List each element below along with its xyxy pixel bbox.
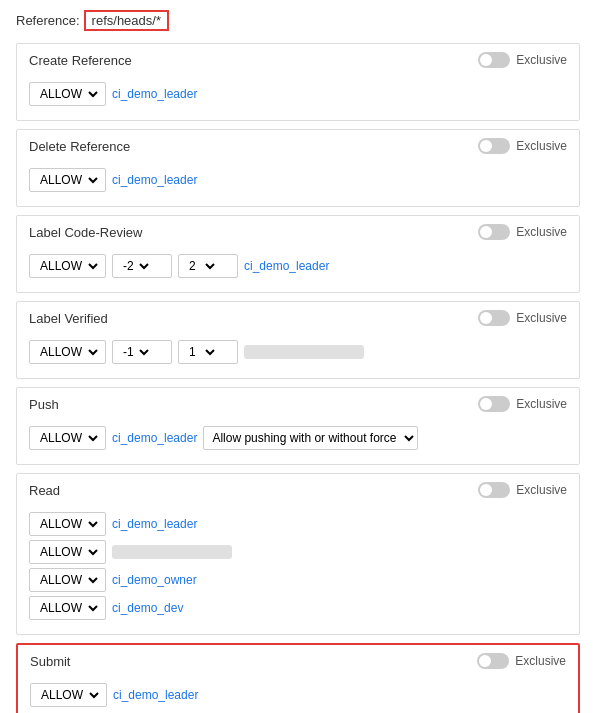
min-select[interactable]: -2-1012 [112, 254, 172, 278]
rule-row: ALLOWDENYBLOCK-2-1012-2-1012ci_demo_lead… [29, 254, 567, 278]
rule-row: ALLOWDENYBLOCKci_demo_leader [29, 512, 567, 536]
section-title-label-verified: Label Verified [29, 311, 108, 326]
section-label-verified: Label VerifiedExclusiveALLOWDENYBLOCK-2-… [16, 301, 580, 379]
exclusive-row-label-verified: Exclusive [478, 310, 567, 326]
exclusive-row-submit: Exclusive [477, 653, 566, 669]
user-link[interactable]: ci_demo_owner [112, 573, 197, 587]
section-body-push: ALLOWDENYBLOCKci_demo_leaderAllow pushin… [17, 420, 579, 464]
exclusive-toggle[interactable] [478, 52, 510, 68]
max-select[interactable]: -2-1012 [178, 254, 238, 278]
section-header-delete-reference: Delete ReferenceExclusive [17, 130, 579, 162]
exclusive-toggle[interactable] [478, 224, 510, 240]
rule-row: ALLOWDENYBLOCKci_demo_leaderAllow pushin… [29, 426, 567, 450]
exclusive-toggle[interactable] [477, 653, 509, 669]
user-link[interactable]: ci_demo_leader [112, 431, 197, 445]
rule-row: ALLOWDENYBLOCK [29, 540, 567, 564]
section-title-label-code-review: Label Code-Review [29, 225, 142, 240]
section-header-label-verified: Label VerifiedExclusive [17, 302, 579, 334]
user-link[interactable]: ci_demo_leader [112, 87, 197, 101]
section-body-submit: ALLOWDENYBLOCKci_demo_leader [18, 677, 578, 713]
section-read: ReadExclusiveALLOWDENYBLOCKci_demo_leade… [16, 473, 580, 635]
user-link[interactable]: ci_demo_leader [244, 259, 329, 273]
exclusive-toggle[interactable] [478, 310, 510, 326]
exclusive-row-push: Exclusive [478, 396, 567, 412]
exclusive-row-label-code-review: Exclusive [478, 224, 567, 240]
push-option-select[interactable]: Allow pushing with or without forceAllow… [203, 426, 418, 450]
exclusive-label-delete-reference: Exclusive [516, 139, 567, 153]
max-select[interactable]: -2-1012 [178, 340, 238, 364]
exclusive-toggle[interactable] [478, 482, 510, 498]
section-title-create-reference: Create Reference [29, 53, 132, 68]
exclusive-row-create-reference: Exclusive [478, 52, 567, 68]
user-link[interactable]: ci_demo_leader [113, 688, 198, 702]
min-select[interactable]: -2-1012 [112, 340, 172, 364]
section-title-delete-reference: Delete Reference [29, 139, 130, 154]
rule-row: ALLOWDENYBLOCKci_demo_leader [29, 82, 567, 106]
user-link[interactable]: ci_demo_dev [112, 601, 183, 615]
section-submit: SubmitExclusiveALLOWDENYBLOCKci_demo_lea… [16, 643, 580, 713]
exclusive-toggle[interactable] [478, 138, 510, 154]
section-body-delete-reference: ALLOWDENYBLOCKci_demo_leader [17, 162, 579, 206]
user-link[interactable]: ci_demo_leader [112, 173, 197, 187]
section-body-read: ALLOWDENYBLOCKci_demo_leaderALLOWDENYBLO… [17, 506, 579, 634]
rule-row: ALLOWDENYBLOCKci_demo_leader [29, 168, 567, 192]
exclusive-row-read: Exclusive [478, 482, 567, 498]
section-body-create-reference: ALLOWDENYBLOCKci_demo_leader [17, 76, 579, 120]
exclusive-label-label-verified: Exclusive [516, 311, 567, 325]
section-header-label-code-review: Label Code-ReviewExclusive [17, 216, 579, 248]
user-link[interactable]: ci_demo_leader [112, 517, 197, 531]
section-body-label-verified: ALLOWDENYBLOCK-2-1012-2-1012 [17, 334, 579, 378]
reference-value: refs/heads/* [84, 10, 169, 31]
section-title-read: Read [29, 483, 60, 498]
rule-row: ALLOWDENYBLOCKci_demo_owner [29, 568, 567, 592]
section-create-reference: Create ReferenceExclusiveALLOWDENYBLOCKc… [16, 43, 580, 121]
section-header-push: PushExclusive [17, 388, 579, 420]
exclusive-toggle[interactable] [478, 396, 510, 412]
exclusive-label-push: Exclusive [516, 397, 567, 411]
exclusive-label-create-reference: Exclusive [516, 53, 567, 67]
section-header-create-reference: Create ReferenceExclusive [17, 44, 579, 76]
exclusive-row-delete-reference: Exclusive [478, 138, 567, 154]
section-delete-reference: Delete ReferenceExclusiveALLOWDENYBLOCKc… [16, 129, 580, 207]
sections-container: Create ReferenceExclusiveALLOWDENYBLOCKc… [16, 43, 580, 713]
section-title-submit: Submit [30, 654, 70, 669]
exclusive-label-submit: Exclusive [515, 654, 566, 668]
blurred-user [244, 345, 364, 359]
section-label-code-review: Label Code-ReviewExclusiveALLOWDENYBLOCK… [16, 215, 580, 293]
rule-row: ALLOWDENYBLOCK-2-1012-2-1012 [29, 340, 567, 364]
section-header-submit: SubmitExclusive [18, 645, 578, 677]
section-header-read: ReadExclusive [17, 474, 579, 506]
page-container: Reference: refs/heads/* Create Reference… [0, 0, 596, 713]
reference-header: Reference: refs/heads/* [16, 10, 580, 31]
exclusive-label-label-code-review: Exclusive [516, 225, 567, 239]
exclusive-label-read: Exclusive [516, 483, 567, 497]
rule-row: ALLOWDENYBLOCKci_demo_dev [29, 596, 567, 620]
reference-label: Reference: [16, 13, 80, 28]
section-body-label-code-review: ALLOWDENYBLOCK-2-1012-2-1012ci_demo_lead… [17, 248, 579, 292]
blurred-user [112, 545, 232, 559]
rule-row: ALLOWDENYBLOCKci_demo_leader [30, 683, 566, 707]
section-title-push: Push [29, 397, 59, 412]
section-push: PushExclusiveALLOWDENYBLOCKci_demo_leade… [16, 387, 580, 465]
